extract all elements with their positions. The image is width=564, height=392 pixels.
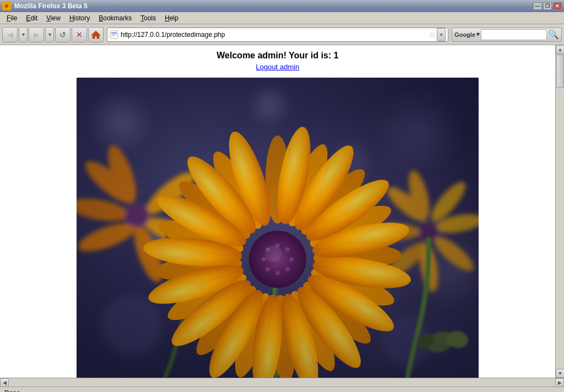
scroll-left-button[interactable]: ◀	[0, 378, 9, 387]
horizontal-scrollbar: ◀ ▶	[0, 378, 564, 386]
vertical-scrollbar: ▲ ▼	[555, 45, 564, 378]
scroll-track[interactable]	[556, 88, 564, 369]
close-button[interactable]: ✕	[553, 2, 562, 10]
search-go-button[interactable]: 🔍	[548, 29, 559, 40]
svg-point-1	[5, 4, 8, 8]
firefox-icon	[2, 2, 11, 10]
scroll-up-button[interactable]: ▲	[556, 45, 564, 54]
back-dropdown[interactable]: ▾	[19, 27, 28, 42]
page-icon	[110, 30, 118, 39]
scroll-thumb[interactable]	[556, 55, 564, 88]
scroll-down-button[interactable]: ▼	[556, 369, 564, 378]
search-input[interactable]	[481, 29, 547, 40]
svg-rect-4	[111, 32, 117, 34]
menu-view[interactable]: View	[42, 13, 65, 23]
back-button[interactable]: ◀	[2, 27, 18, 42]
menu-help[interactable]: Help	[160, 13, 183, 23]
window-title: Mozilla Firefox 3 Beta 5	[14, 2, 533, 10]
restore-button[interactable]: ❐	[543, 2, 552, 10]
minimize-button[interactable]: —	[533, 2, 542, 10]
window-controls: — ❐ ✕	[533, 2, 562, 10]
content-area: Welcome admin! Your id is: 1 Logout admi…	[0, 45, 555, 378]
menu-edit[interactable]: Edit	[21, 13, 42, 23]
svg-rect-5	[111, 34, 117, 35]
logout-link-container: Logout admin	[11, 63, 544, 71]
search-engine-dropdown-icon: ▾	[476, 31, 480, 38]
search-engine-button[interactable]: Google ▾	[454, 31, 480, 38]
menu-tools[interactable]: Tools	[136, 13, 160, 23]
forward-button[interactable]: ▶	[29, 27, 44, 42]
svg-rect-6	[111, 35, 115, 36]
reload-button[interactable]: ↺	[55, 27, 70, 42]
logout-link[interactable]: Logout admin	[256, 63, 300, 71]
stop-button[interactable]: ✕	[72, 27, 87, 42]
welcome-heading: Welcome admin! Your id is: 1	[11, 51, 544, 61]
menu-history[interactable]: History	[65, 13, 94, 23]
menu-bar: File Edit View History Bookmarks Tools H…	[0, 12, 564, 24]
status-text: Done	[4, 389, 20, 393]
home-button[interactable]	[88, 27, 104, 42]
status-bar: Done	[0, 386, 564, 392]
svg-rect-83	[77, 78, 479, 378]
navigation-bar: ◀ ▾ ▶ ▾ ↺ ✕ ☆ ▾ Google ▾ 🔍	[0, 24, 564, 45]
flower-image	[77, 78, 479, 378]
address-input[interactable]	[121, 31, 427, 39]
search-container: Google ▾ 🔍	[452, 28, 562, 42]
address-dropdown-button[interactable]: ▾	[437, 28, 446, 41]
menu-bookmarks[interactable]: Bookmarks	[94, 13, 136, 23]
browser-main: Welcome admin! Your id is: 1 Logout admi…	[0, 45, 564, 378]
address-bar-container: ☆ ▾	[107, 28, 448, 42]
forward-dropdown[interactable]: ▾	[45, 27, 54, 42]
title-bar: Mozilla Firefox 3 Beta 5 — ❐ ✕	[0, 0, 564, 12]
svg-marker-2	[91, 31, 100, 39]
menu-file[interactable]: File	[2, 13, 21, 23]
scroll-right-button[interactable]: ▶	[555, 378, 564, 387]
bookmark-star-icon[interactable]: ☆	[429, 30, 436, 39]
page-content: Welcome admin! Your id is: 1 Logout admi…	[0, 45, 555, 378]
